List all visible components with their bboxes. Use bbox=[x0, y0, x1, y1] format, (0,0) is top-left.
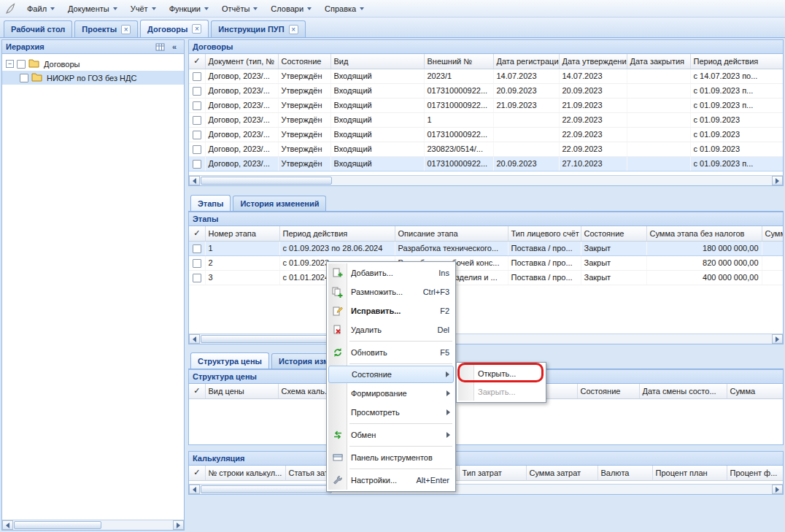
select-all-column-header[interactable]: ✓ bbox=[189, 54, 205, 69]
menubar-item[interactable]: Функции bbox=[163, 0, 215, 17]
menu-item-exchange[interactable]: Обмен bbox=[328, 425, 454, 444]
main-tab[interactable]: Договоры × bbox=[140, 20, 209, 37]
scroll-right-arrow[interactable] bbox=[173, 520, 184, 530]
select-all-column-header[interactable]: ✓ bbox=[189, 466, 205, 480]
scroll-left-arrow[interactable] bbox=[189, 334, 200, 344]
menubar-item[interactable]: Документы bbox=[61, 0, 124, 17]
column-header[interactable]: Документ (тип, № bbox=[205, 54, 278, 69]
price-subtab[interactable]: Структура цены bbox=[190, 352, 269, 369]
menu-item-delete[interactable]: Удалить Del bbox=[328, 320, 454, 339]
row-checkbox[interactable] bbox=[193, 131, 201, 139]
menu-item-edit[interactable]: Исправить... F2 bbox=[328, 301, 454, 320]
submenu-item-open[interactable]: Открыть... bbox=[458, 364, 544, 382]
horizontal-scrollbar[interactable] bbox=[189, 334, 783, 344]
table-row[interactable]: 2 с 01.09.2023 по ... Разработка рабочей… bbox=[189, 255, 783, 270]
column-header[interactable]: Тип затрат bbox=[459, 466, 526, 480]
column-header[interactable]: Вид bbox=[330, 54, 424, 69]
select-all-column-header[interactable]: ✓ bbox=[189, 384, 205, 398]
scroll-right-arrow[interactable] bbox=[772, 334, 783, 344]
menu-item-view[interactable]: Просмотреть bbox=[328, 403, 454, 422]
column-header[interactable]: Сумма этапа без налогов bbox=[646, 226, 762, 241]
table-row[interactable]: Договор, 2023/... Утверждён Входящий 1 2… bbox=[189, 112, 783, 127]
column-header[interactable]: Дата смены состо... bbox=[639, 384, 727, 398]
column-header[interactable]: Дата утверждения bbox=[559, 54, 627, 69]
main-tab[interactable]: Рабочий стол × bbox=[4, 20, 72, 37]
main-tab[interactable]: Инструкции ПУП × bbox=[211, 20, 305, 37]
scroll-left-arrow[interactable] bbox=[2, 520, 13, 530]
menubar-item[interactable]: Файл bbox=[20, 0, 61, 17]
column-header[interactable]: Состояние bbox=[581, 226, 646, 241]
scroll-right-arrow[interactable] bbox=[772, 485, 783, 494]
row-checkbox[interactable] bbox=[193, 116, 201, 125]
menu-item-toolbar[interactable]: Панель инструментов bbox=[328, 448, 454, 467]
scroll-thumb[interactable] bbox=[14, 521, 101, 529]
table-row[interactable]: Договор, 2023/... Утверждён Входящий 017… bbox=[189, 83, 783, 98]
row-checkbox[interactable] bbox=[193, 87, 201, 96]
column-header[interactable]: Сумма затрат bbox=[526, 466, 598, 480]
column-header[interactable]: Вид цены bbox=[205, 384, 278, 398]
grid-settings-icon[interactable] bbox=[154, 42, 166, 52]
row-checkbox[interactable] bbox=[193, 259, 201, 268]
tree-node-root[interactable]: − Договоры bbox=[2, 57, 184, 71]
horizontal-scrollbar[interactable] bbox=[2, 520, 184, 530]
table-row[interactable]: Договор, 2023/... Утверждён Входящий 230… bbox=[189, 142, 783, 156]
main-tab[interactable]: Проекты × bbox=[74, 20, 138, 37]
column-header[interactable]: Дата регистрации bbox=[493, 54, 559, 69]
row-checkbox[interactable] bbox=[193, 274, 201, 282]
menu-item-state[interactable]: Состояние bbox=[328, 366, 454, 383]
column-header[interactable]: Дата закрытия bbox=[627, 54, 690, 69]
scroll-left-arrow[interactable] bbox=[189, 485, 200, 494]
row-checkbox[interactable] bbox=[193, 160, 201, 169]
table-row[interactable]: 3 с 01.01.2024 по ... Изготовление издел… bbox=[189, 270, 783, 285]
stages-subtab[interactable]: Этапы bbox=[190, 195, 231, 211]
collapse-panel-icon[interactable]: « bbox=[169, 42, 180, 52]
row-checkbox[interactable] bbox=[193, 72, 201, 81]
scroll-thumb[interactable] bbox=[201, 177, 332, 185]
horizontal-scrollbar[interactable] bbox=[189, 484, 783, 494]
menu-item-duplicate[interactable]: Размножить... Ctrl+F3 bbox=[328, 282, 454, 301]
table-row[interactable]: Договор, 2023/... Утверждён Входящий 017… bbox=[189, 98, 783, 112]
stages-subtab[interactable]: История изменений bbox=[233, 196, 326, 211]
scroll-left-arrow[interactable] bbox=[189, 176, 200, 185]
scroll-right-arrow[interactable] bbox=[772, 176, 783, 185]
tree-expander-icon[interactable]: − bbox=[6, 60, 14, 68]
column-header[interactable]: Номер этапа bbox=[205, 226, 279, 241]
tree-node-selected[interactable]: НИОКР по ГОЗ без НДС bbox=[2, 71, 184, 85]
tree-checkbox[interactable] bbox=[20, 74, 28, 82]
row-checkbox[interactable] bbox=[193, 145, 201, 154]
tab-close-icon[interactable]: × bbox=[121, 25, 131, 34]
menubar-item[interactable]: Отчёты bbox=[215, 0, 264, 17]
select-all-column-header[interactable]: ✓ bbox=[189, 226, 205, 241]
column-header[interactable]: Внешний № bbox=[424, 54, 493, 69]
menu-item-refresh[interactable]: Обновить F5 bbox=[328, 343, 454, 362]
scroll-thumb[interactable] bbox=[201, 335, 332, 343]
menu-item-add[interactable]: Добавить... Ins bbox=[328, 263, 454, 282]
menu-item-formation[interactable]: Формирование bbox=[328, 384, 454, 403]
tab-close-icon[interactable]: × bbox=[289, 25, 298, 34]
menubar-item[interactable]: Справка bbox=[318, 0, 371, 17]
scroll-thumb[interactable] bbox=[201, 485, 332, 493]
column-header[interactable]: Процент ф... bbox=[727, 466, 783, 480]
table-row[interactable]: Договор, 2023/... Утверждён Входящий 017… bbox=[189, 127, 783, 142]
column-header[interactable]: Состояние bbox=[577, 384, 639, 398]
menubar-item[interactable]: Словари bbox=[264, 0, 318, 17]
table-row[interactable]: Договор, 2023/... Утверждён Входящий 017… bbox=[189, 156, 783, 171]
column-header[interactable]: Описание этапа bbox=[395, 226, 508, 241]
row-checkbox[interactable] bbox=[193, 101, 201, 110]
column-header[interactable]: Период действия bbox=[279, 226, 395, 241]
tree-checkbox[interactable] bbox=[17, 60, 26, 69]
menu-item-settings[interactable]: Настройки... Alt+Enter bbox=[328, 471, 454, 490]
menubar-item[interactable]: Учёт bbox=[124, 0, 163, 17]
column-header[interactable]: Тип лицевого счёт bbox=[508, 226, 581, 241]
column-header[interactable]: Процент план bbox=[652, 466, 727, 480]
horizontal-scrollbar[interactable] bbox=[189, 175, 783, 185]
column-header[interactable]: Сумма bbox=[762, 226, 783, 241]
table-row[interactable]: 1 с 01.09.2023 по 28.06.2024 Разработка … bbox=[189, 241, 783, 255]
column-header[interactable]: № строки калькул... bbox=[205, 466, 285, 480]
row-checkbox[interactable] bbox=[193, 244, 201, 253]
table-row[interactable]: Договор, 2023/... Утверждён Входящий 202… bbox=[189, 69, 783, 83]
column-header[interactable]: Состояние bbox=[278, 54, 330, 69]
column-header[interactable]: Сумма bbox=[727, 384, 783, 398]
tab-close-icon[interactable]: × bbox=[192, 24, 201, 34]
column-header[interactable]: Период действия bbox=[690, 54, 783, 69]
